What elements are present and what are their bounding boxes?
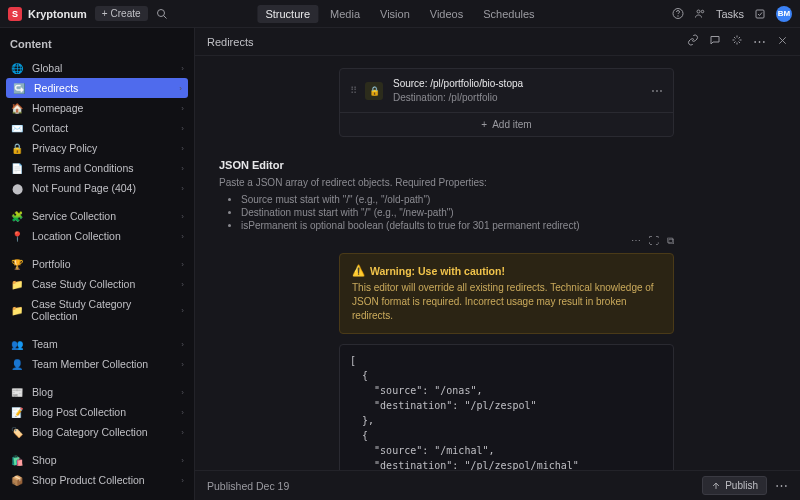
source-value: /pl/portfolio/bio-stopa [430,78,523,89]
chevron-right-icon: › [181,164,184,173]
sidebar-item-icon: 🧩 [10,211,24,222]
sidebar-item-shop-product-collection[interactable]: 📦Shop Product Collection› [0,470,194,490]
sidebar-item-label: Not Found Page (404) [32,182,136,194]
content-title: Redirects [207,36,253,48]
top-tab-videos[interactable]: Videos [422,5,471,23]
json-textarea[interactable]: [ { "source": "/onas", "destination": "/… [339,344,674,470]
sidebar-item-icon: ⬤ [10,183,24,194]
json-rule: isPermanent is optional boolean (default… [241,220,776,231]
sidebar-item-portfolio[interactable]: 🏆Portfolio› [0,254,194,274]
sidebar-item-privacy-policy[interactable]: 🔒Privacy Policy› [0,138,194,158]
sidebar-item-terms-and-conditions[interactable]: 📄Terms and Conditions› [0,158,194,178]
warning-title-text: Warning: Use with caution! [370,265,505,277]
sidebar-item-icon: 🛍️ [10,455,24,466]
help-icon[interactable] [672,8,684,20]
sidebar-item-label: Blog Category Collection [32,426,148,438]
sidebar-item-icon: ↪️ [12,83,26,94]
redirect-row[interactable]: ⠿ 🔒 Source: /pl/portfolio/bio-stopa Dest… [340,69,673,112]
chevron-right-icon: › [181,476,184,485]
chevron-right-icon: › [181,280,184,289]
sidebar-item-not-found-page-404-[interactable]: ⬤Not Found Page (404)› [0,178,194,198]
sidebar-item-icon: 🌐 [10,63,24,74]
more-field-icon[interactable]: ⋯ [631,235,641,247]
sidebar-scroll[interactable]: 🌐Global›↪️Redirects›🏠Homepage›✉️Contact›… [0,58,194,500]
sidebar-item-location-collection[interactable]: 📍Location Collection› [0,226,194,246]
sidebar-item-label: Shop [32,454,57,466]
chevron-right-icon: › [181,340,184,349]
content-footer: Published Dec 19 Publish ⋯ [195,470,800,500]
add-item-button[interactable]: + Add item [340,112,673,136]
sidebar-item-icon: ✉️ [10,123,24,134]
sidebar-item-icon: 🏆 [10,259,24,270]
publish-label: Publish [725,480,758,491]
warning-box: ⚠️Warning: Use with caution! This editor… [339,253,674,334]
chevron-right-icon: › [181,124,184,133]
sidebar-item-shop[interactable]: 🛍️Shop› [0,450,194,470]
sidebar-item-icon: 🏠 [10,103,24,114]
expand-icon[interactable]: ⛶ [649,235,659,247]
sidebar-item-blog[interactable]: 📰Blog› [0,382,194,402]
content-body[interactable]: ⠿ 🔒 Source: /pl/portfolio/bio-stopa Dest… [195,56,800,470]
link-icon[interactable] [687,34,699,46]
sidebar-item-icon: 👥 [10,339,24,350]
sidebar-item-label: Redirects [34,82,78,94]
drag-handle-icon[interactable]: ⠿ [350,85,355,96]
sidebar-item-label: Global [32,62,62,74]
close-icon[interactable] [776,34,788,46]
sidebar-item-redirects[interactable]: ↪️Redirects› [6,78,188,98]
sidebar: Content 🌐Global›↪️Redirects›🏠Homepage›✉️… [0,28,195,500]
sidebar-item-label: Blog Post Collection [32,406,126,418]
sidebar-item-homepage[interactable]: 🏠Homepage› [0,98,194,118]
warning-text: This editor will override all existing r… [352,281,661,323]
dest-value: /pl/portfolio [449,92,498,103]
json-editor-desc: Paste a JSON array of redirect objects. … [219,177,776,188]
top-tab-structure[interactable]: Structure [257,5,318,23]
sidebar-item-case-study-category-collection[interactable]: 📁Case Study Category Collection› [0,294,194,326]
sidebar-item-icon: 📦 [10,475,24,486]
search-icon[interactable] [156,8,168,20]
chevron-right-icon: › [181,306,184,315]
sidebar-item-label: Service Collection [32,210,116,222]
footer-more-icon[interactable]: ⋯ [775,478,788,493]
top-tab-media[interactable]: Media [322,5,368,23]
more-icon[interactable]: ⋯ [753,34,766,49]
top-tab-schedules[interactable]: Schedules [475,5,542,23]
sidebar-item-contact[interactable]: ✉️Contact› [0,118,194,138]
users-icon[interactable] [694,8,706,20]
json-editor-title: JSON Editor [219,159,776,171]
create-button[interactable]: + Create [95,6,148,21]
sidebar-item-label: Team [32,338,58,350]
sidebar-item-icon: 📄 [10,163,24,174]
sidebar-item-blog-category-collection[interactable]: 🏷️Blog Category Collection› [0,422,194,442]
comment-icon[interactable] [709,34,721,46]
chevron-right-icon: › [181,260,184,269]
sidebar-item-icon: 🔒 [10,143,24,154]
redirect-card: ⠿ 🔒 Source: /pl/portfolio/bio-stopa Dest… [339,68,674,137]
top-tab-vision[interactable]: Vision [372,5,418,23]
sidebar-item-blog-post-collection[interactable]: 📝Blog Post Collection› [0,402,194,422]
sidebar-item-team-member-collection[interactable]: 👤Team Member Collection› [0,354,194,374]
row-menu-icon[interactable]: ⋯ [651,84,663,98]
sidebar-item-label: Case Study Category Collection [31,298,173,322]
sidebar-item-icon: 📁 [10,305,23,316]
chevron-right-icon: › [179,84,182,93]
sidebar-item-team[interactable]: 👥Team› [0,334,194,354]
content-header: Redirects ⋯ [195,28,800,56]
sparkle-icon[interactable] [731,34,743,46]
publish-button[interactable]: Publish [702,476,767,495]
publish-icon [711,481,721,491]
sidebar-item-icon: 📰 [10,387,24,398]
sidebar-item-service-collection[interactable]: 🧩Service Collection› [0,206,194,226]
sidebar-item-icon: 📍 [10,231,24,242]
sidebar-item-label: Portfolio [32,258,71,270]
tasks-label[interactable]: Tasks [716,8,744,20]
json-rule: Source must start with "/" (e.g., "/old-… [241,194,776,205]
sidebar-item-global[interactable]: 🌐Global› [0,58,194,78]
svg-rect-6 [756,10,764,18]
tasks-icon[interactable] [754,8,766,20]
sidebar-item-case-study-collection[interactable]: 📁Case Study Collection› [0,274,194,294]
copy-icon[interactable]: ⧉ [667,235,674,247]
avatar[interactable]: BM [776,6,792,22]
chevron-right-icon: › [181,184,184,193]
chevron-right-icon: › [181,104,184,113]
